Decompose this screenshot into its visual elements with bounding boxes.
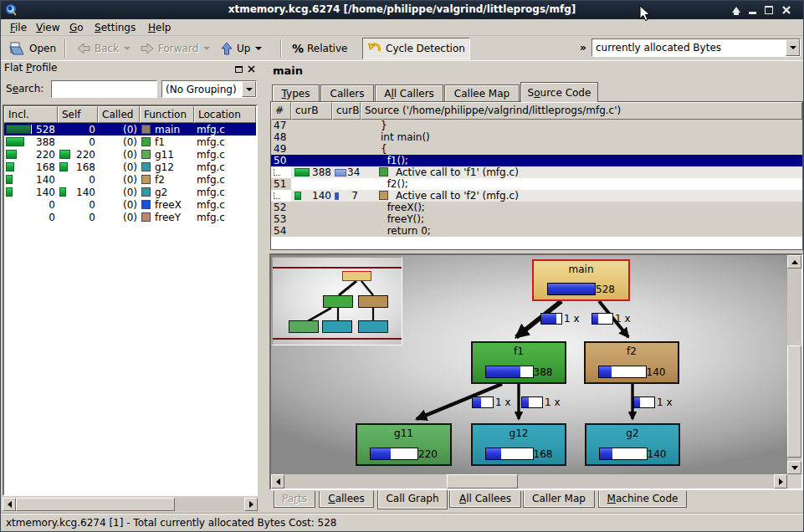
source-line[interactable]: 54 return 0;: [271, 225, 802, 237]
scroll-thumb[interactable]: [787, 345, 801, 458]
column-header-function[interactable]: Function: [140, 106, 194, 123]
search-input[interactable]: [51, 80, 157, 98]
graph-node-main[interactable]: main 528: [532, 259, 630, 301]
dock-float-button[interactable]: [233, 64, 244, 74]
event-type-dropdown-button[interactable]: [786, 39, 800, 56]
toolbar-overflow-chevron[interactable]: »: [580, 42, 586, 54]
scroll-right-button[interactable]: [774, 474, 787, 489]
call-cell: Active call to 'f1' (mfg.c): [361, 166, 802, 178]
edge-cost-bar: [591, 313, 613, 325]
table-row[interactable]: 168 168 (0) g12 mfg.c: [4, 161, 256, 173]
dock-close-button[interactable]: [246, 64, 257, 74]
column-header-self[interactable]: Self: [58, 106, 98, 123]
node-cost-bar: [370, 448, 418, 460]
graph-overview[interactable]: [272, 257, 402, 345]
source-call-line[interactable]: 388 34 Active call to 'f1' (mfg.c): [271, 166, 802, 178]
graph-node-g11[interactable]: g11 220: [356, 423, 452, 466]
close-icon: [780, 3, 793, 17]
relative-toggle[interactable]: % Relative: [287, 38, 352, 59]
tab-all-callers[interactable]: All Callers: [375, 84, 443, 102]
tab-caller-map[interactable]: Caller Map: [523, 491, 595, 508]
column-header-curb[interactable]: curB: [291, 102, 332, 120]
column-header-line[interactable]: #: [271, 102, 291, 120]
edge-cost-bar: [472, 396, 494, 408]
table-row[interactable]: 0 0 (0) freeX mfg.c: [4, 198, 256, 211]
incl-value: 0: [29, 198, 58, 211]
line-number: 48: [271, 131, 291, 143]
grouping-dropdown-button[interactable]: [242, 81, 256, 97]
line-number: 52: [271, 202, 291, 213]
up-button[interactable]: Up: [215, 38, 267, 59]
table-row[interactable]: 0 0 (0) freeY mfg.c: [4, 211, 256, 223]
source-text: f1();: [361, 155, 802, 166]
scroll-left-button[interactable]: [3, 498, 16, 511]
graph-node-g12[interactable]: g12 168: [471, 423, 566, 466]
column-header-location[interactable]: Location: [194, 106, 256, 123]
source-line-selected[interactable]: 50 f1();: [271, 155, 802, 166]
source-line[interactable]: 48 int main(): [271, 131, 802, 143]
scroll-left-button[interactable]: [271, 474, 284, 489]
column-header-curbk[interactable]: curBk: [332, 102, 361, 120]
function-type-icon: [141, 187, 151, 197]
call-cell: Active call to 'f2' (mfg.c): [361, 190, 802, 202]
called-value: (0): [98, 173, 140, 186]
source-line[interactable]: 53 freeY();: [271, 213, 802, 225]
menu-view[interactable]: View: [31, 20, 64, 35]
source-line[interactable]: 52 freeX();: [271, 202, 802, 213]
scroll-down-button[interactable]: [787, 461, 801, 474]
event-type-select[interactable]: currently allocated Bytes: [591, 38, 801, 57]
scroll-thumb[interactable]: [16, 498, 175, 511]
tab-machine-code[interactable]: Machine Code: [598, 491, 687, 508]
menu-file[interactable]: File: [5, 20, 32, 35]
call-graph-canvas[interactable]: main 528 f1 388 f2 140 g11 220 g12 168: [271, 255, 787, 474]
table-row[interactable]: 140 0 (0) f2 mfg.c: [4, 173, 256, 186]
column-header-called[interactable]: Called: [98, 106, 140, 123]
function-type-icon: [141, 175, 151, 184]
tab-call-graph[interactable]: Call Graph: [377, 490, 448, 509]
function-type-icon: [379, 167, 388, 176]
forward-icon: [140, 42, 155, 55]
table-row[interactable]: 528 0 (0) main mfg.c: [4, 123, 256, 136]
arrow-down-icon: [791, 466, 798, 470]
open-button[interactable]: Open: [4, 38, 61, 59]
incl-value: 140: [29, 173, 58, 186]
graph-vscrollbar[interactable]: [787, 255, 801, 474]
overview-node-f2: [358, 295, 388, 308]
source-line[interactable]: 47 }: [271, 120, 802, 131]
tab-callees[interactable]: Callees: [319, 491, 374, 508]
grouping-select[interactable]: (No Grouping): [161, 80, 257, 98]
scrollbar-corner: [787, 474, 801, 489]
graph-node-f2[interactable]: f2 140: [584, 341, 679, 384]
curb-bar: [294, 192, 301, 200]
menu-help[interactable]: Help: [143, 20, 176, 35]
maximize-button[interactable]: [762, 3, 776, 17]
tab-types[interactable]: Types: [272, 84, 320, 102]
menu-settings[interactable]: Settings: [90, 20, 141, 35]
table-row[interactable]: 220 220 (0) g11 mfg.c: [4, 148, 256, 161]
shade-button[interactable]: [730, 3, 743, 17]
tab-callers[interactable]: Callers: [320, 84, 374, 102]
graph-node-f1[interactable]: f1 388: [471, 341, 566, 384]
close-button[interactable]: [780, 3, 793, 17]
minimize-button[interactable]: [746, 3, 760, 17]
source-line[interactable]: 49 {: [271, 143, 802, 155]
graph-hscrollbar[interactable]: [271, 474, 787, 489]
flat-profile-hscrollbar[interactable]: [3, 498, 258, 511]
self-value: 140: [69, 186, 98, 198]
table-row[interactable]: 388 0 (0) f1 mfg.c: [4, 136, 256, 148]
scroll-thumb[interactable]: [447, 474, 518, 489]
graph-node-g2[interactable]: g2 140: [585, 423, 680, 466]
column-header-incl[interactable]: Incl.: [4, 106, 58, 123]
column-header-source[interactable]: Source ('/home/philippe/valgrind/littlep…: [361, 102, 802, 120]
menu-go[interactable]: Go: [64, 20, 89, 35]
scroll-right-button[interactable]: [244, 498, 258, 511]
cycle-detection-toggle[interactable]: Cycle Detection: [362, 38, 470, 59]
source-line[interactable]: 51 f2();: [271, 178, 802, 190]
tab-callee-map[interactable]: Callee Map: [444, 84, 520, 102]
source-call-line[interactable]: 140 7 Active call to 'f2' (mfg.c): [271, 190, 802, 202]
tab-source-code[interactable]: Source Code: [520, 82, 598, 102]
table-row[interactable]: 140 140 (0) g2 mfg.c: [4, 186, 256, 198]
scroll-up-button[interactable]: [787, 255, 801, 269]
source-text: return 0;: [361, 225, 802, 237]
tab-all-callees[interactable]: All Callees: [449, 491, 521, 508]
